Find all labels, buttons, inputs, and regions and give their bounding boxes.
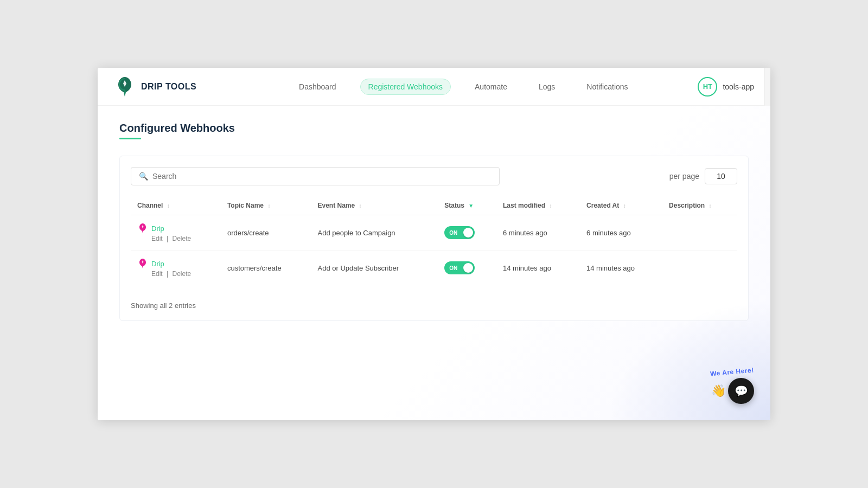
nav-automate[interactable]: Automate <box>467 79 515 94</box>
main-nav: Dashboard Registered Webhooks Automate L… <box>229 79 698 95</box>
browser-window: DRIP TOOLS Dashboard Registered Webhooks… <box>98 68 770 420</box>
nav-logs[interactable]: Logs <box>531 79 563 94</box>
avatar[interactable]: HT <box>698 77 717 97</box>
status-label-0: ON <box>449 230 457 236</box>
col-created-at[interactable]: Created At ↕ <box>580 196 662 215</box>
col-created-at-label: Created At <box>586 202 619 209</box>
sort-icon-topic: ↕ <box>267 203 270 209</box>
col-event-name[interactable]: Event Name ↕ <box>311 196 438 215</box>
channel-name-0: Drip <box>151 224 164 233</box>
toggle-knob-1 <box>463 263 473 273</box>
chat-open-button[interactable]: 💬 <box>728 378 754 404</box>
cell-event-0: Add people to Campaign <box>311 215 438 251</box>
chat-label: We Are Here! <box>710 367 755 378</box>
table-header-row: Channel ↕ Topic Name ↕ Event Name ↕ St <box>131 196 737 215</box>
per-page-area: per page <box>669 168 737 184</box>
chat-widget: We Are Here! 👋 💬 <box>710 368 754 404</box>
col-last-modified-label: Last modified <box>503 202 545 209</box>
table-row: Drip Edit | Delete customers/createAdd o… <box>131 251 737 286</box>
per-page-input[interactable] <box>705 168 737 184</box>
nav-notifications[interactable]: Notifications <box>579 79 635 94</box>
page-title-underline <box>119 138 141 139</box>
cell-last-modified-0: 6 minutes ago <box>496 215 580 251</box>
status-toggle-0[interactable]: ON <box>444 226 475 239</box>
col-channel-label: Channel <box>137 202 163 209</box>
sort-icon-created-at: ↕ <box>623 203 626 209</box>
sort-icon-event: ↕ <box>359 203 362 209</box>
nav-registered-webhooks[interactable]: Registered Webhooks <box>360 79 451 95</box>
col-description[interactable]: Description ↕ <box>662 196 737 215</box>
cell-last-modified-1: 14 minutes ago <box>496 251 580 286</box>
edit-link-0[interactable]: Edit <box>151 235 163 242</box>
delete-link-1[interactable]: Delete <box>173 270 192 278</box>
col-status-label: Status <box>444 202 464 209</box>
table-row: Drip Edit | Delete orders/createAdd peop… <box>131 215 737 251</box>
search-icon: 🔍 <box>139 172 148 181</box>
col-last-modified[interactable]: Last modified ↕ <box>496 196 580 215</box>
cell-created-at-1: 14 minutes ago <box>580 251 662 286</box>
drip-tools-logo <box>114 76 136 98</box>
showing-entries-text: Showing all 2 entries <box>131 296 737 310</box>
chat-button-area: 👋 💬 <box>711 378 754 404</box>
logo-text: DRIP TOOLS <box>141 82 196 92</box>
drip-channel-icon <box>137 223 148 234</box>
col-topic-name[interactable]: Topic Name ↕ <box>221 196 311 215</box>
cell-description-0 <box>662 215 737 251</box>
cell-channel-1: Drip Edit | Delete <box>131 251 221 286</box>
edit-link-1[interactable]: Edit <box>151 270 163 278</box>
search-input[interactable] <box>152 172 492 181</box>
col-status[interactable]: Status ▼ <box>438 196 496 215</box>
chat-emoji: 👋 <box>711 384 726 398</box>
col-description-label: Description <box>669 202 705 209</box>
cell-status-1: ON <box>438 251 496 286</box>
channel-name-1: Drip <box>151 260 164 268</box>
main-content: Configured Webhooks 🔍 per page <box>98 106 770 420</box>
table-container: 🔍 per page Channel ↕ <box>119 156 749 321</box>
toggle-knob-0 <box>463 228 473 237</box>
cell-description-1 <box>662 251 737 286</box>
cell-channel-0: Drip Edit | Delete <box>131 215 221 251</box>
col-channel[interactable]: Channel ↕ <box>131 196 221 215</box>
logo-area[interactable]: DRIP TOOLS <box>114 76 196 98</box>
cell-created-at-0: 6 minutes ago <box>580 215 662 251</box>
table-controls: 🔍 per page <box>131 167 737 185</box>
page-title: Configured Webhooks <box>119 122 749 134</box>
cell-event-1: Add or Update Subscriber <box>311 251 438 286</box>
status-toggle-1[interactable]: ON <box>444 261 475 274</box>
drip-channel-icon <box>137 258 148 269</box>
search-box: 🔍 <box>131 167 500 185</box>
nav-dashboard[interactable]: Dashboard <box>291 79 344 94</box>
cell-topic-0: orders/create <box>221 215 311 251</box>
sort-icon-last-modified: ↕ <box>549 203 552 209</box>
cell-status-0: ON <box>438 215 496 251</box>
data-table: Channel ↕ Topic Name ↕ Event Name ↕ St <box>131 196 737 285</box>
sort-icon-status: ▼ <box>468 203 474 209</box>
chat-message-icon: 💬 <box>735 384 748 397</box>
col-event-label: Event Name <box>318 202 355 209</box>
delete-link-0[interactable]: Delete <box>173 235 192 242</box>
col-topic-label: Topic Name <box>227 202 264 209</box>
user-area: HT tools-app <box>698 77 754 97</box>
status-label-1: ON <box>449 265 457 271</box>
sort-icon-channel: ↕ <box>167 203 170 209</box>
user-app-name: tools-app <box>723 82 754 91</box>
sort-icon-description: ↕ <box>709 203 711 209</box>
header: DRIP TOOLS Dashboard Registered Webhooks… <box>98 68 770 106</box>
cell-topic-1: customers/create <box>221 251 311 286</box>
per-page-label: per page <box>669 172 699 181</box>
